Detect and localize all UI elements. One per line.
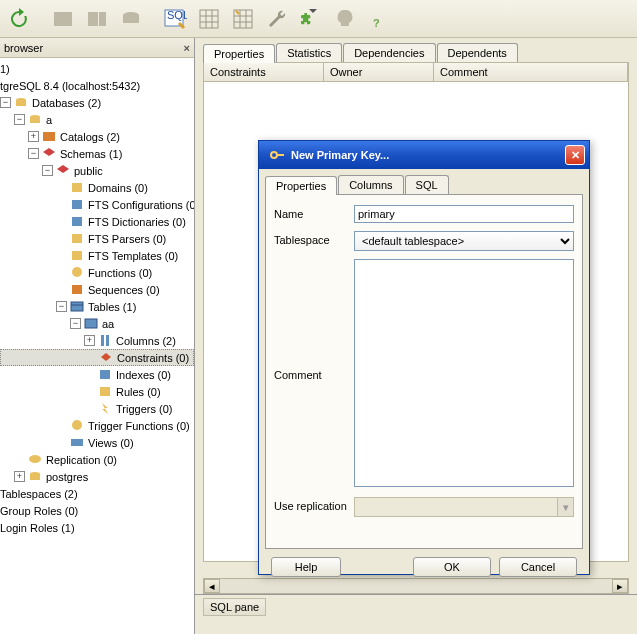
dialog-title: New Primary Key... — [291, 149, 389, 161]
fts-pars-node[interactable]: FTS Parsers (0) — [88, 233, 166, 245]
collapse-icon[interactable]: − — [14, 114, 25, 125]
dlg-tab-properties[interactable]: Properties — [265, 176, 337, 195]
tb-icon-3[interactable] — [116, 4, 146, 34]
tab-statistics[interactable]: Statistics — [276, 43, 342, 62]
tablespaces-node[interactable]: Tablespaces (2) — [0, 488, 78, 500]
replication-node[interactable]: Replication (0) — [46, 454, 117, 466]
label-use-replication: Use replication — [274, 497, 354, 512]
svg-point-35 — [29, 455, 41, 463]
svg-rect-18 — [43, 132, 55, 141]
views-icon — [70, 436, 85, 449]
schemas-node[interactable]: Schemas (1) — [60, 148, 122, 160]
tab-dependents[interactable]: Dependents — [437, 43, 518, 62]
grid-icon-2[interactable] — [228, 4, 258, 34]
expand-icon[interactable]: + — [14, 471, 25, 482]
triggers-node[interactable]: Triggers (0) — [116, 403, 172, 415]
collapse-icon[interactable]: − — [70, 318, 81, 329]
fts-dict-node[interactable]: FTS Dictionaries (0) — [88, 216, 186, 228]
svg-rect-20 — [72, 200, 82, 209]
comment-textarea[interactable] — [354, 259, 574, 487]
collapse-icon[interactable]: − — [42, 165, 53, 176]
db-a-node[interactable]: a — [46, 114, 52, 126]
views-node[interactable]: Views (0) — [88, 437, 134, 449]
refresh-icon[interactable] — [4, 4, 34, 34]
svg-rect-26 — [71, 302, 83, 311]
domains-node[interactable]: Domains (0) — [88, 182, 148, 194]
catalogs-node[interactable]: Catalogs (2) — [60, 131, 120, 143]
svg-point-33 — [72, 420, 82, 430]
col-constraints[interactable]: Constraints — [204, 63, 324, 81]
help-button[interactable]: Help — [271, 557, 341, 577]
constraints-node[interactable]: Constraints (0) — [117, 352, 189, 364]
object-tree[interactable]: 1) tgreSQL 8.4 (localhost:5432) −Databas… — [0, 58, 194, 634]
sql-pane: SQL pane — [195, 594, 637, 634]
help-icon[interactable]: ? — [364, 4, 394, 34]
grid-icon-1[interactable] — [194, 4, 224, 34]
cancel-button[interactable]: Cancel — [499, 557, 577, 577]
table-aa-node[interactable]: aa — [102, 318, 114, 330]
fts-temp-node[interactable]: FTS Templates (0) — [88, 250, 178, 262]
expand-icon[interactable]: + — [28, 131, 39, 142]
sequences-node[interactable]: Sequences (0) — [88, 284, 160, 296]
databases-node[interactable]: Databases (2) — [32, 97, 101, 109]
svg-rect-37 — [30, 474, 40, 480]
tab-dependencies[interactable]: Dependencies — [343, 43, 435, 62]
svg-point-24 — [72, 267, 82, 277]
postgres-node[interactable]: postgres — [46, 471, 88, 483]
public-node[interactable]: public — [74, 165, 103, 177]
svg-rect-29 — [101, 335, 104, 346]
new-primary-key-dialog: New Primary Key... ✕ Properties Columns … — [258, 140, 590, 575]
login-roles-node[interactable]: Login Roles (1) — [0, 522, 75, 534]
main-tabbar: Properties Statistics Dependencies Depen… — [195, 38, 637, 62]
tab-properties[interactable]: Properties — [203, 44, 275, 63]
fts-conf-node[interactable]: FTS Configurations (0) — [88, 199, 194, 211]
collapse-icon[interactable]: − — [56, 301, 67, 312]
dialog-close-button[interactable]: ✕ — [565, 145, 585, 165]
name-input[interactable] — [354, 205, 574, 223]
use-replication-select: ▾ — [354, 497, 574, 517]
collapse-icon[interactable]: − — [0, 97, 11, 108]
col-comment[interactable]: Comment — [434, 63, 628, 81]
scroll-right-icon[interactable]: ▸ — [612, 579, 628, 593]
tb-icon-2[interactable] — [82, 4, 112, 34]
group-roles-node[interactable]: Group Roles (0) — [0, 505, 78, 517]
svg-rect-1 — [88, 12, 98, 26]
table-icon — [84, 317, 99, 330]
tablespace-select[interactable]: <default tablespace> — [354, 231, 574, 251]
ok-button[interactable]: OK — [413, 557, 491, 577]
tables-node[interactable]: Tables (1) — [88, 301, 136, 313]
fts-config-icon — [70, 198, 85, 211]
expand-icon[interactable]: + — [84, 335, 95, 346]
svg-rect-23 — [72, 251, 82, 260]
svg-rect-30 — [106, 335, 109, 346]
object-browser-panel: browser × 1) tgreSQL 8.4 (localhost:5432… — [0, 38, 195, 634]
scroll-left-icon[interactable]: ◂ — [204, 579, 220, 593]
rules-icon — [98, 385, 113, 398]
close-icon[interactable]: × — [184, 42, 190, 54]
dlg-tab-columns[interactable]: Columns — [338, 175, 403, 194]
indexes-icon — [98, 368, 113, 381]
functions-node[interactable]: Functions (0) — [88, 267, 152, 279]
sequences-icon — [70, 283, 85, 296]
collapse-icon[interactable]: − — [28, 148, 39, 159]
rules-node[interactable]: Rules (0) — [116, 386, 161, 398]
sql-editor-icon[interactable]: SQL — [160, 4, 190, 34]
main-toolbar: SQL ? — [0, 0, 637, 38]
wrench-icon[interactable] — [262, 4, 292, 34]
catalogs-icon — [42, 130, 57, 143]
tb-icon-1[interactable] — [48, 4, 78, 34]
dialog-titlebar[interactable]: New Primary Key... ✕ — [259, 141, 589, 169]
indexes-node[interactable]: Indexes (0) — [116, 369, 171, 381]
schemas-icon — [42, 147, 57, 160]
dlg-tab-sql[interactable]: SQL — [405, 175, 449, 194]
server-node[interactable]: tgreSQL 8.4 (localhost:5432) — [0, 80, 140, 92]
plugin-icon[interactable] — [296, 4, 326, 34]
trig-func-node[interactable]: Trigger Functions (0) — [88, 420, 190, 432]
hint-icon[interactable] — [330, 4, 360, 34]
columns-node[interactable]: Columns (2) — [116, 335, 176, 347]
replication-icon — [28, 453, 43, 466]
col-owner[interactable]: Owner — [324, 63, 434, 81]
svg-rect-22 — [72, 234, 82, 243]
browser-title: browser — [4, 42, 43, 54]
svg-text:?: ? — [373, 17, 380, 29]
